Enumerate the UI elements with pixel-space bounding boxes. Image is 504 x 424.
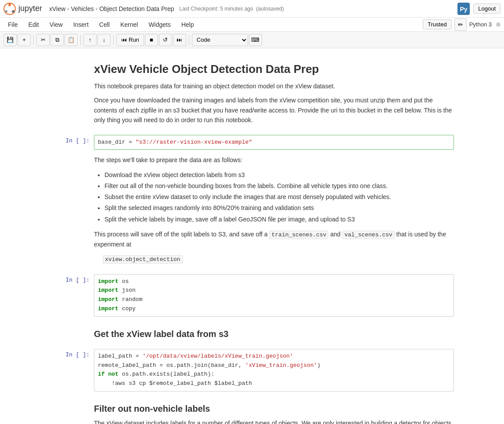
process-paragraph: This process will save off of the split …: [94, 229, 454, 250]
step-4: Split the selected images randomly into …: [104, 203, 454, 214]
code-cell-1-wrapper: In [ ]: base_dir = "s3://raster-vision-x…: [50, 135, 454, 150]
trust-area: Trusted ✏ Python 3: [423, 18, 500, 31]
section-2-cell: Get the xView label data from s3: [94, 321, 454, 344]
topbar: jupyter xView - Vehicles - Object Detect…: [0, 0, 504, 18]
pencil-button[interactable]: ✏: [454, 18, 467, 31]
notebook-inner: xView Vehicle Object Detection Data Prep…: [37, 62, 467, 424]
kernel-info: Python 3: [469, 21, 492, 28]
toolbar-separator-3: [113, 35, 114, 45]
intro-paragraph-1: This notebook prepares data for training…: [94, 81, 454, 91]
move-up-button[interactable]: ↑: [83, 34, 97, 46]
run-icon: ⏮: [121, 36, 127, 43]
toolbar-separator-4: [189, 35, 189, 45]
menu-insert[interactable]: Insert: [69, 20, 93, 29]
svg-point-1: [8, 4, 11, 6]
menubar: File Edit View Insert Cell Kernel Widget…: [0, 18, 504, 32]
move-down-button[interactable]: ↓: [97, 34, 111, 46]
menu-widgets[interactable]: Widgets: [144, 20, 175, 29]
notebook-title: xView - Vehicles - Object Detection Data…: [49, 5, 174, 12]
import-line-4: import copy: [98, 304, 450, 314]
trusted-button[interactable]: Trusted: [423, 19, 452, 29]
add-cell-button[interactable]: +: [18, 34, 31, 46]
code-var-base_dir: base_dir: [98, 139, 125, 145]
toolbar: 💾 + ✂ ⧉ 📋 ↑ ↓ ⏮ Run ■ ↺ ⏭ Code Markdown …: [0, 32, 504, 48]
keyboard-shortcuts-button[interactable]: ⌨: [249, 34, 262, 46]
menu-kernel[interactable]: Kernel: [116, 20, 142, 29]
menu-cell[interactable]: Cell: [95, 20, 114, 29]
python-logo-icon: Py: [457, 3, 470, 15]
code-cell-2[interactable]: import os import json import random impo…: [94, 274, 454, 317]
cell-3-prompt: In [ ]:: [50, 349, 94, 358]
menu-file[interactable]: File: [4, 20, 22, 29]
code-cell-1[interactable]: base_dir = "s3://raster-vision-xview-exa…: [94, 135, 454, 150]
step-5: Split the vehicle labels by image, save …: [104, 214, 454, 225]
section-3-paragraph: The xView dataset includes labels for a …: [94, 418, 454, 424]
jupyter-logo: jupyter: [4, 3, 42, 15]
code-cell-3[interactable]: label_path = '/opt/data/xview/labels/xVi…: [94, 349, 454, 391]
code-cell-2-wrapper: In [ ]: import os import json import ran…: [50, 274, 454, 317]
code-str-1: "s3://raster-vision-xview-example": [136, 139, 252, 145]
intro-paragraph-2: Once you have downloaded the training im…: [94, 95, 454, 125]
svg-point-2: [5, 10, 7, 13]
process-code-1: train_scenes.csv: [269, 231, 328, 239]
cell3-line-3: if not os.path.exists(label_path):: [98, 370, 450, 379]
cell3-line-1: label_path = '/opt/data/xview/labels/xVi…: [98, 352, 450, 361]
steps-list: Download the xView object detection labe…: [94, 170, 454, 225]
step-2: Filter out all of the non-vehicle boundi…: [104, 181, 454, 192]
kernel-status-dot: [496, 22, 500, 27]
notebook: xView Vehicle Object Detection Data Prep…: [0, 48, 504, 424]
logout-button[interactable]: Logout: [473, 4, 500, 14]
paste-cell-button[interactable]: 📋: [65, 34, 78, 46]
cell-1-prompt: In [ ]:: [50, 135, 94, 144]
topbar-right: Py Logout: [457, 3, 500, 15]
svg-text:Py: Py: [460, 6, 468, 13]
toolbar-separator-1: [33, 35, 34, 45]
copy-cell-button[interactable]: ⧉: [50, 34, 64, 46]
process-code-3-block: xview.object_detection: [103, 254, 454, 265]
notebook-main-title: xView Vehicle Object Detection Data Prep: [94, 62, 454, 76]
steps-intro: The steps we'll take to prepare the data…: [94, 155, 454, 165]
process-code-3: xview.object_detection: [103, 255, 183, 264]
section-2-title: Get the xView label data from s3: [94, 329, 454, 339]
cell3-line-4: !aws s3 cp $remote_label_path $label_pat…: [98, 379, 450, 388]
import-line-2: import json: [98, 286, 450, 295]
step-3: Subset the entire xView dataset to only …: [104, 192, 454, 203]
steps-cell: The steps we'll take to prepare the data…: [94, 154, 454, 269]
menu-help[interactable]: Help: [177, 20, 198, 29]
cell-2-prompt: In [ ]:: [50, 274, 94, 283]
jupyter-logo-icon: [4, 3, 16, 15]
menu-view[interactable]: View: [45, 20, 67, 29]
step-1: Download the xView object detection labe…: [104, 170, 454, 181]
interrupt-button[interactable]: ■: [145, 34, 158, 46]
code-cell-3-wrapper: In [ ]: label_path = '/opt/data/xview/la…: [50, 349, 454, 391]
process-code-2: val_scenes.csv: [342, 231, 394, 239]
menu-edit[interactable]: Edit: [24, 20, 43, 29]
section-3-cell: Filter out non-vehicle labels The xView …: [94, 396, 454, 424]
checkpoint-info: Last Checkpoint: 5 minutes ago (autosave…: [180, 6, 284, 12]
run-button[interactable]: ⏮ Run: [116, 34, 144, 46]
title-cell: xView Vehicle Object Detection Data Prep…: [94, 62, 454, 130]
restart-button[interactable]: ↺: [159, 34, 172, 46]
section-3-title: Filter out non-vehicle labels: [94, 404, 454, 414]
svg-point-3: [12, 10, 14, 13]
run-label: Run: [129, 36, 139, 43]
cell3-line-2: remote_label_path = os.path.join(base_di…: [98, 361, 450, 370]
cell-type-select[interactable]: Code Markdown Raw NBConvert Heading: [192, 34, 248, 46]
cut-cell-button[interactable]: ✂: [36, 34, 50, 46]
save-button[interactable]: 💾: [4, 34, 17, 46]
import-line-3: import random: [98, 295, 450, 304]
import-line-1: import os: [98, 277, 450, 286]
app-name: jupyter: [18, 4, 42, 13]
toolbar-separator-2: [80, 35, 81, 45]
restart-run-button[interactable]: ⏭: [173, 34, 186, 46]
